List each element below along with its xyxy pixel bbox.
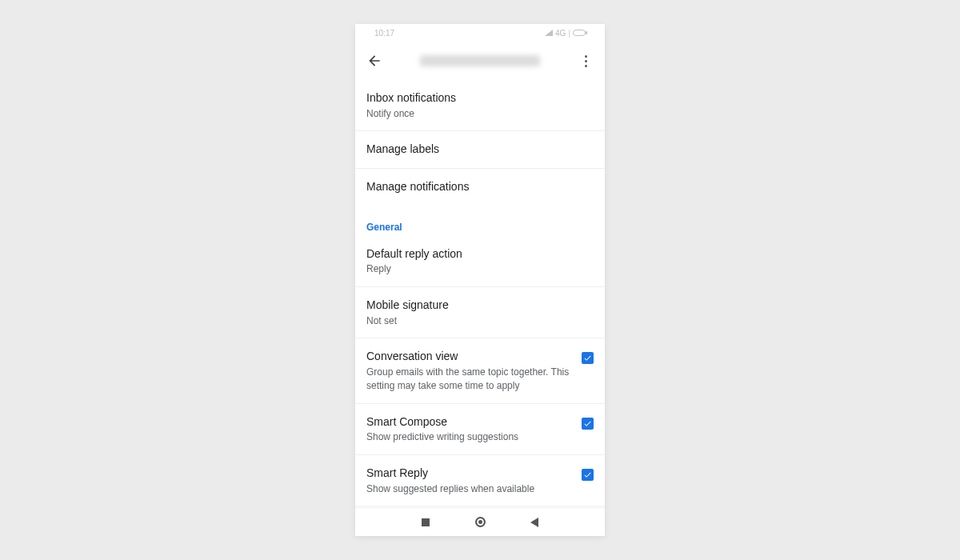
account-email-redacted — [420, 55, 540, 66]
account-email-wrap — [398, 55, 562, 66]
row-title: Inbox notifications — [366, 90, 584, 106]
row-default-reply[interactable]: Default reply action Reply — [355, 236, 605, 287]
row-title: Manage labels — [366, 142, 584, 158]
row-title: Mobile signature — [366, 298, 584, 314]
row-subtitle: Show suggested replies when available — [366, 482, 572, 496]
signal-icon — [545, 30, 553, 36]
arrow-left-icon — [366, 53, 382, 69]
circle-icon — [475, 517, 486, 527]
check-icon — [583, 470, 592, 479]
square-icon — [422, 518, 430, 526]
nav-back-button[interactable] — [529, 517, 540, 528]
row-conversation-view[interactable]: Conversation view Group emails with the … — [355, 338, 605, 403]
checkbox-smart-compose[interactable] — [582, 418, 594, 430]
triangle-left-icon — [530, 518, 538, 527]
network-label: 4G — [555, 29, 566, 38]
row-title: Default reply action — [366, 246, 584, 262]
row-manage-notifications[interactable]: Manage notifications — [355, 169, 605, 206]
back-button[interactable] — [365, 51, 384, 70]
checkbox-smart-reply[interactable] — [582, 469, 594, 481]
row-subtitle: Not set — [366, 314, 584, 328]
row-subtitle: Reply — [366, 262, 584, 276]
row-mobile-signature[interactable]: Mobile signature Not set — [355, 287, 605, 338]
status-time: 10:17 — [374, 29, 394, 38]
status-indicators: 4G | — [545, 29, 586, 38]
row-subtitle: Show predictive writing suggestions — [366, 430, 572, 444]
row-title: Manage notifications — [366, 179, 584, 195]
check-icon — [583, 354, 592, 362]
row-smart-reply[interactable]: Smart Reply Show suggested replies when … — [355, 455, 605, 506]
phone-frame: 10:17 4G | Inbox notifications Notify on… — [355, 24, 605, 536]
row-subtitle: Group emails with the same topic togethe… — [366, 366, 572, 393]
status-divider: | — [568, 29, 570, 38]
app-bar — [355, 42, 605, 80]
battery-icon — [573, 30, 586, 36]
section-header-general: General — [355, 206, 605, 236]
row-title: Smart Reply — [366, 466, 572, 482]
row-title: Smart Compose — [366, 414, 572, 430]
android-navbar — [355, 507, 605, 536]
nav-home-button[interactable] — [474, 517, 486, 528]
row-manage-labels[interactable]: Manage labels — [355, 131, 605, 169]
check-icon — [583, 419, 592, 428]
row-inbox-notifications[interactable]: Inbox notifications Notify once — [355, 80, 605, 131]
row-title: Conversation view — [366, 349, 572, 365]
more-vert-icon — [585, 55, 587, 58]
checkbox-conversation-view[interactable] — [582, 352, 594, 364]
more-options-button[interactable] — [576, 51, 595, 70]
nav-overview-button[interactable] — [420, 517, 431, 528]
settings-list[interactable]: Inbox notifications Notify once Manage l… — [355, 80, 605, 507]
status-bar: 10:17 4G | — [355, 24, 605, 42]
row-subtitle: Notify once — [366, 107, 584, 121]
row-smart-compose[interactable]: Smart Compose Show predictive writing su… — [355, 404, 605, 455]
